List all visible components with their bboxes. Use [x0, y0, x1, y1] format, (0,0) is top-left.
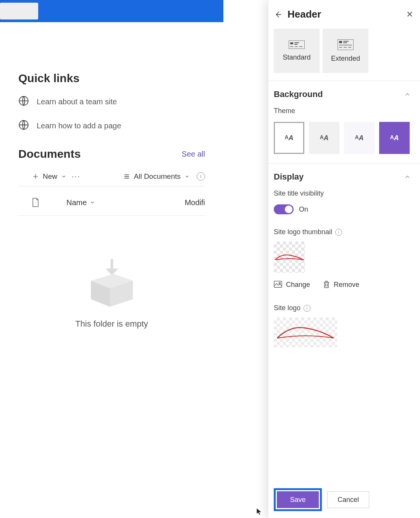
panel-title: Header: [288, 8, 321, 20]
more-options-button[interactable]: ···: [72, 172, 81, 181]
back-arrow-icon[interactable]: [274, 10, 282, 19]
trash-icon: [323, 280, 330, 289]
globe-icon: [18, 96, 29, 108]
svg-rect-7: [294, 42, 299, 43]
site-logo-thumbnail-preview: [274, 241, 305, 273]
view-selector[interactable]: All Documents: [123, 172, 190, 181]
chevron-down-icon: [90, 200, 95, 205]
empty-folder: This folder is empty: [18, 216, 205, 329]
extended-layout-icon: [338, 39, 354, 50]
svg-rect-9: [290, 46, 293, 47]
background-section-title: Background: [274, 89, 323, 99]
theme-option-purple[interactable]: A: [379, 122, 410, 154]
top-bar: [0, 0, 223, 22]
cursor-icon: [256, 507, 263, 516]
main-content: Quick links Learn about a team site Lear…: [0, 22, 223, 329]
close-icon[interactable]: ✕: [406, 10, 413, 19]
site-logo-thumbnail-label: Site logo thumbnail: [274, 228, 332, 236]
picture-icon: [274, 281, 282, 288]
empty-folder-text: This folder is empty: [75, 319, 148, 329]
layout-extended[interactable]: Extended: [323, 29, 368, 73]
quick-link-label: Learn about a team site: [37, 97, 117, 106]
logo-preview-icon: [275, 323, 336, 342]
site-logo-preview: [274, 317, 337, 347]
new-button-label: New: [43, 172, 57, 181]
quick-link-item[interactable]: Learn how to add a page: [18, 120, 205, 132]
save-button[interactable]: Save: [277, 491, 319, 508]
view-label: All Documents: [134, 172, 181, 181]
documents-column-header: Name Modifi: [18, 189, 205, 216]
change-logo-button[interactable]: Change: [274, 280, 310, 289]
svg-point-21: [279, 282, 281, 284]
svg-rect-20: [274, 281, 282, 287]
document-icon: [32, 198, 39, 207]
quick-links-heading: Quick links: [18, 72, 205, 85]
name-column-header[interactable]: Name: [53, 198, 185, 207]
display-section-title: Display: [274, 172, 304, 182]
plus-icon: [32, 173, 39, 180]
theme-label: Theme: [274, 107, 415, 115]
modified-column-header[interactable]: Modifi: [185, 198, 205, 207]
info-icon[interactable]: i: [335, 229, 342, 236]
quick-link-label: Learn how to add a page: [37, 121, 121, 130]
aa-glyph: A: [284, 134, 293, 142]
theme-option-light[interactable]: A: [274, 122, 304, 154]
aa-glyph: A: [390, 134, 399, 142]
documents-heading: Documents: [18, 147, 81, 160]
svg-rect-15: [343, 42, 347, 43]
standard-layout-icon: [289, 40, 305, 49]
layout-standard[interactable]: Standard: [274, 29, 320, 73]
svg-rect-10: [295, 46, 298, 47]
toggle-state-label: On: [299, 206, 308, 214]
site-title-toggle[interactable]: [274, 204, 294, 214]
new-button[interactable]: New: [32, 172, 66, 181]
panel-footer: Save Cancel: [274, 488, 415, 511]
layout-options: Standard Extended: [268, 29, 420, 81]
remove-label: Remove: [334, 281, 359, 289]
svg-rect-18: [344, 47, 347, 48]
list-icon: [123, 174, 130, 179]
aa-glyph: A: [320, 134, 328, 142]
theme-option-lavender[interactable]: A: [344, 122, 375, 154]
cancel-button[interactable]: Cancel: [327, 491, 369, 508]
see-all-link[interactable]: See all: [182, 150, 205, 159]
file-type-column[interactable]: [18, 198, 53, 207]
theme-option-gray[interactable]: A: [309, 122, 339, 154]
save-button-highlight: Save: [274, 488, 322, 511]
remove-logo-button[interactable]: Remove: [323, 280, 359, 289]
empty-folder-icon: [83, 258, 141, 308]
globe-icon: [18, 120, 29, 132]
svg-rect-17: [339, 47, 342, 48]
info-icon[interactable]: i: [304, 305, 310, 312]
svg-rect-16: [339, 45, 352, 45]
change-label: Change: [286, 281, 310, 289]
svg-rect-8: [294, 44, 297, 45]
aa-glyph: A: [355, 134, 363, 142]
svg-rect-13: [339, 41, 342, 43]
site-logo-label: Site logo: [274, 304, 300, 312]
documents-toolbar: New ··· All Documents i: [18, 172, 205, 186]
chevron-up-icon: [404, 173, 411, 180]
chevron-up-icon: [404, 91, 411, 98]
info-icon[interactable]: i: [197, 172, 205, 181]
quick-link-item[interactable]: Learn about a team site: [18, 96, 205, 108]
display-section-header[interactable]: Display: [268, 163, 420, 185]
chevron-down-icon: [184, 174, 190, 179]
svg-rect-14: [343, 41, 349, 42]
search-input[interactable]: [0, 3, 38, 19]
svg-rect-19: [348, 47, 351, 48]
layout-standard-label: Standard: [283, 53, 310, 62]
svg-rect-6: [290, 42, 293, 44]
site-title-visibility-label: Site title visibility: [274, 189, 415, 197]
logo-preview-icon: [274, 253, 305, 261]
header-settings-panel: Header ✕ Standard Extended Ba: [268, 0, 420, 518]
layout-extended-label: Extended: [331, 55, 360, 63]
svg-rect-11: [299, 46, 302, 47]
chevron-down-icon: [61, 174, 66, 179]
theme-options: A A A A: [274, 122, 415, 154]
background-section-header[interactable]: Background: [268, 81, 420, 102]
